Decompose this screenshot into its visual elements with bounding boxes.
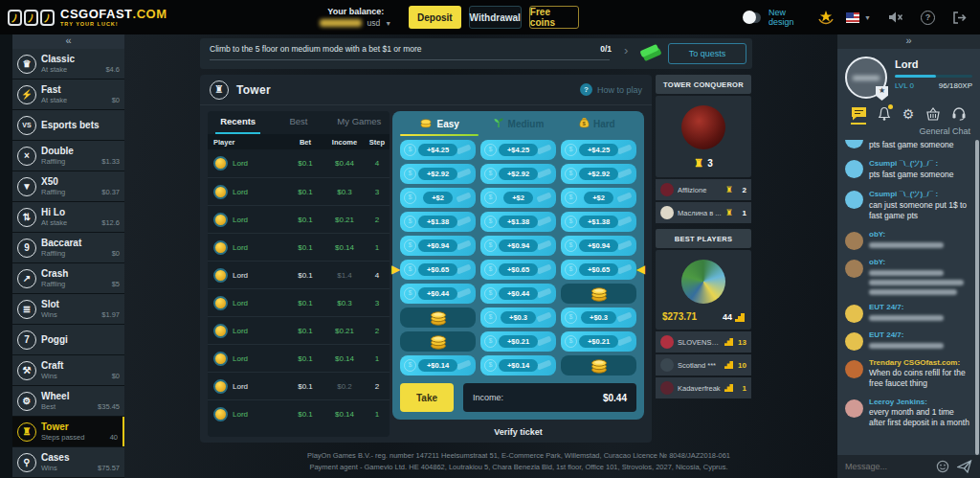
player-avatar	[213, 240, 228, 255]
chat-collapse-button[interactable]: »	[837, 34, 980, 49]
tower-cell[interactable]: +$0.65	[400, 260, 476, 280]
notifications-bell-icon[interactable]	[878, 106, 891, 121]
free-coins-button[interactable]: Free coins	[529, 6, 579, 29]
chat-tab-icon[interactable]	[851, 106, 867, 121]
sidebar-item-hi-lo[interactable]: ⇅Hi LoAt stake$12.6	[12, 202, 124, 232]
withdrawal-button[interactable]: Withdrawal	[469, 6, 522, 29]
send-message-icon[interactable]	[957, 460, 972, 473]
sidebar-item-crash[interactable]: ↗CrashRaffling$5	[12, 263, 124, 293]
tournament-icon[interactable]	[817, 10, 835, 25]
step-value: 3	[367, 299, 388, 307]
sidebar-collapse-button[interactable]: «	[12, 34, 124, 49]
tower-cell[interactable]: +$0.94	[480, 236, 556, 256]
quest-ticket-icon	[638, 43, 663, 62]
help-icon[interactable]: ?	[921, 11, 935, 25]
how-to-play-button[interactable]: ? How to play	[580, 83, 642, 96]
player-name: SLOVENSK...	[678, 338, 721, 347]
deposit-button[interactable]: Deposit	[409, 6, 460, 29]
chat-scrollbar[interactable]	[975, 140, 979, 455]
currency-select[interactable]: usd	[367, 18, 380, 28]
mute-sound-icon[interactable]	[888, 11, 903, 24]
support-headset-icon[interactable]	[951, 106, 967, 121]
settings-gear-icon[interactable]: ⚙	[902, 107, 915, 121]
sidebar-item-wheel[interactable]: ⚙WheelBest$35.45	[12, 386, 124, 416]
tower-cell[interactable]: +$2.92	[561, 164, 636, 184]
tower-cell[interactable]: +$0.3	[480, 307, 556, 328]
bet-value: $0.1	[288, 159, 323, 168]
tower-cell[interactable]: +$1.38	[400, 212, 476, 232]
tower-cell[interactable]: +$0.44	[480, 284, 556, 304]
best-players-body: $273.71 44	[656, 250, 751, 330]
to-quests-button[interactable]: To quests	[668, 43, 746, 64]
tower-cell[interactable]: +$0.3	[561, 307, 636, 328]
sidebar-item-classic[interactable]: ♛ClassicAt stake$4.6	[12, 49, 124, 79]
tower-cell[interactable]: +$0.14	[400, 355, 476, 376]
sidebar-item-fast[interactable]: ⚡FastAt stake$0	[12, 80, 124, 109]
take-button[interactable]: Take	[400, 383, 454, 412]
mode-label: Medium	[508, 119, 545, 129]
tower-cell[interactable]: +$2	[480, 188, 556, 208]
message-input[interactable]	[845, 462, 928, 471]
chat-message: Csumpi ¯\_(ツ)_/¯ :pts fast game someone	[837, 153, 980, 183]
sidebar-item-cases[interactable]: ⚲CasesWins$75.57	[12, 447, 124, 477]
tower-cell[interactable]: +$4.25	[400, 140, 476, 160]
tower-cell[interactable]	[400, 331, 476, 352]
board-row: +$2+$2+$2	[400, 188, 636, 208]
site-logo[interactable]: ) ) ) CSGOFAST.COM TRY YOUR LUCK!	[8, 8, 167, 28]
tower-cell[interactable]: +$0.94	[561, 236, 636, 256]
player-avatar	[213, 185, 228, 199]
language-caret-icon[interactable]: ▼	[864, 14, 871, 21]
tower-cell[interactable]: +$4.25	[480, 140, 556, 160]
tab-recents[interactable]: Recents	[208, 111, 268, 134]
tower-cell[interactable]: +$2	[400, 188, 476, 208]
tower-cell[interactable]: +$0.44	[400, 284, 476, 304]
tower-cell[interactable]: +$1.38	[480, 212, 556, 232]
tower-cell[interactable]	[561, 284, 636, 304]
tower-cell[interactable]	[561, 355, 636, 376]
sidebar-item-poggi[interactable]: 7Poggi	[12, 325, 124, 354]
sidebar-item-tower[interactable]: ♜TowerSteps passed40	[12, 417, 124, 446]
tower-cell[interactable]: +$2	[561, 188, 636, 208]
sidebar-item-double[interactable]: ×DoubleRaffling$1.33	[12, 141, 124, 171]
step-value: 2	[367, 327, 388, 335]
tab-best[interactable]: Best	[268, 111, 328, 134]
tower-cell[interactable]	[400, 307, 476, 328]
tower-cell[interactable]: +$0.14	[480, 355, 556, 376]
sidebar-item-x50[interactable]: ▼X50Raffling$0.37	[12, 171, 124, 201]
tower-cell[interactable]: +$0.65	[480, 260, 556, 280]
chat-message: EUT 24/7:	[837, 326, 980, 353]
tower-cell[interactable]: +$0.21	[561, 331, 636, 352]
sidebar-item-sub: At stake	[41, 96, 67, 104]
tower-cell[interactable]: +$0.94	[400, 236, 476, 256]
table-row: Lord$0.1$0.141	[208, 344, 390, 372]
verify-ticket-link[interactable]: Verify ticket	[392, 427, 644, 437]
quest-chevron-icon[interactable]: ›	[624, 43, 628, 57]
tower-cell[interactable]: +$4.25	[561, 140, 636, 160]
new-design-toggle[interactable]	[744, 12, 761, 23]
avatar	[660, 183, 674, 196]
emoji-icon[interactable]	[936, 460, 949, 473]
blurred-message-text	[869, 280, 964, 285]
sidebar-item-slot[interactable]: ≣SlotWins$1.97	[12, 294, 124, 324]
player-name: Lord	[233, 271, 248, 280]
language-flag-us[interactable]	[846, 12, 859, 23]
sidebar-item-baccarat[interactable]: 9BaccaratRaffling$0	[12, 233, 124, 262]
logout-icon[interactable]	[952, 11, 967, 25]
tab-my-games[interactable]: My Games	[329, 111, 390, 134]
tower-cell[interactable]: +$0.65	[561, 260, 636, 280]
tower-cell[interactable]: +$0.21	[480, 331, 556, 352]
sidebar-item-label: X50	[41, 176, 120, 187]
sidebar-item-esports-bets[interactable]: VSEsports bets	[12, 110, 124, 140]
avatar[interactable]: ★	[845, 57, 887, 99]
tower-cell[interactable]: +$1.38	[561, 212, 636, 232]
mode-tab-easy[interactable]: Easy	[400, 111, 479, 136]
sidebar-item-craft[interactable]: ⚒CraftWins$0	[12, 355, 124, 385]
shop-basket-icon[interactable]	[925, 107, 941, 121]
mode-tab-medium[interactable]: Medium	[479, 111, 557, 136]
tower-cell[interactable]: +$2.92	[400, 164, 476, 184]
chat-username: Csumpi ¯\_(ツ)_/¯ :	[869, 158, 972, 169]
player-avatar	[213, 407, 228, 421]
tower-cell[interactable]: +$2.92	[480, 164, 556, 184]
mode-tab-hard[interactable]: $Hard	[558, 111, 636, 136]
player-score: 2	[737, 186, 746, 194]
